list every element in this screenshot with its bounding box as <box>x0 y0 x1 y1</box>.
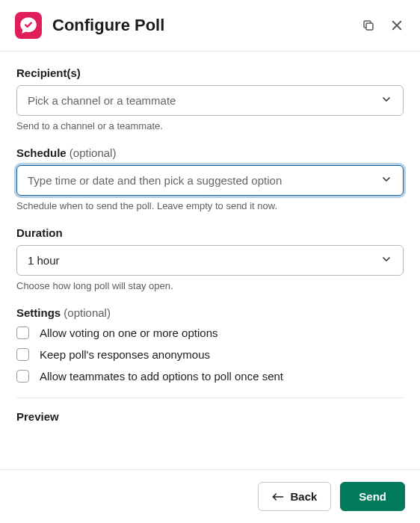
setting-anonymous[interactable]: Keep poll's responses anonymous <box>16 348 404 361</box>
duration-hint: Choose how long poll will stay open. <box>16 280 404 291</box>
schedule-placeholder: Type time or date and then pick a sugges… <box>28 174 282 187</box>
checkbox-label: Allow teammates to add options to poll o… <box>40 370 283 383</box>
chevron-down-icon <box>380 93 392 108</box>
duration-value: 1 hour <box>28 254 60 267</box>
recipients-label: Recipient(s) <box>16 66 404 79</box>
dialog-title: Configure Poll <box>52 16 350 35</box>
checkbox[interactable] <box>16 348 29 361</box>
svg-rect-0 <box>366 23 373 30</box>
setting-add-options[interactable]: Allow teammates to add options to poll o… <box>16 370 404 383</box>
duration-select[interactable]: 1 hour <box>16 245 404 276</box>
schedule-select[interactable]: Type time or date and then pick a sugges… <box>16 165 404 196</box>
recipients-hint: Send to a channel or a teammate. <box>16 120 404 131</box>
send-button-label: Send <box>359 490 386 503</box>
close-icon[interactable] <box>389 17 405 34</box>
preview-label: Preview <box>16 410 404 423</box>
back-button[interactable]: Back <box>258 482 331 511</box>
schedule-label-text: Schedule <box>16 146 67 159</box>
duration-section: Duration 1 hour Choose how long poll wil… <box>16 226 404 291</box>
schedule-hint: Schedule when to send the poll. Leave em… <box>16 200 404 211</box>
recipients-select[interactable]: Pick a channel or a teammate <box>16 85 404 116</box>
recipients-placeholder: Pick a channel or a teammate <box>28 94 176 107</box>
copy-icon[interactable] <box>360 17 377 34</box>
send-button[interactable]: Send <box>340 482 405 511</box>
schedule-label: Schedule (optional) <box>16 146 404 159</box>
section-divider <box>16 397 404 398</box>
checkbox-label: Keep poll's responses anonymous <box>40 348 210 361</box>
checkbox-label: Allow voting on one or more options <box>40 327 217 339</box>
duration-label: Duration <box>16 226 404 239</box>
settings-section: Settings (optional) Allow voting on one … <box>16 306 404 383</box>
dialog-content: Recipient(s) Pick a channel or a teammat… <box>0 52 420 469</box>
back-button-label: Back <box>290 490 317 503</box>
setting-allow-multiple[interactable]: Allow voting on one or more options <box>16 327 404 339</box>
dialog-footer: Back Send <box>0 469 420 523</box>
chevron-down-icon <box>380 253 392 267</box>
chevron-down-icon <box>380 173 392 188</box>
app-icon <box>15 12 42 39</box>
recipients-section: Recipient(s) Pick a channel or a teammat… <box>16 66 404 131</box>
settings-optional: (optional) <box>64 306 111 319</box>
checkbox[interactable] <box>16 370 29 383</box>
settings-label: Settings (optional) <box>16 306 404 319</box>
arrow-left-icon <box>272 492 284 502</box>
header-actions <box>360 17 405 34</box>
checkbox[interactable] <box>16 327 29 339</box>
dialog-header: Configure Poll <box>0 0 420 51</box>
settings-checkbox-list: Allow voting on one or more options Keep… <box>16 327 404 383</box>
schedule-optional: (optional) <box>70 146 117 159</box>
schedule-section: Schedule (optional) Type time or date an… <box>16 146 404 211</box>
settings-label-text: Settings <box>16 306 61 319</box>
